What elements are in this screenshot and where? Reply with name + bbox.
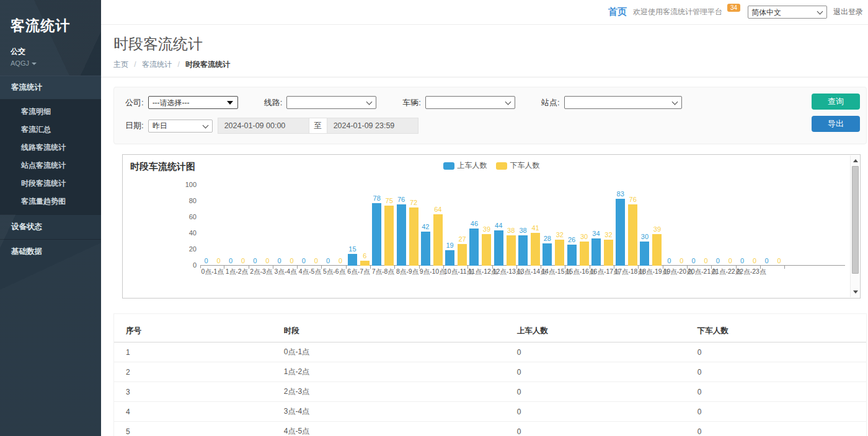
breadcrumb-section[interactable]: 客流统计 xyxy=(142,60,172,69)
bar-value-label: 75 xyxy=(386,197,393,204)
bar-value-label: 0 xyxy=(290,257,293,264)
home-link[interactable]: 首页 xyxy=(608,6,627,18)
date-preset-wrap: 昨日 xyxy=(148,120,213,133)
logout-link[interactable]: 退出登录 xyxy=(833,7,863,17)
company-select[interactable]: ---请选择--- xyxy=(148,96,238,109)
bar-value-label: 0 xyxy=(241,257,245,264)
bar-wrap: 0 xyxy=(324,185,333,266)
x-axis-label: 4点-5点 xyxy=(298,268,322,276)
bar-wrap: 0 xyxy=(665,185,674,266)
sidebar-item-设备状态[interactable]: 设备状态 xyxy=(0,214,101,239)
bar-wrap: 0 xyxy=(287,185,296,266)
bar-上车人数 xyxy=(421,232,430,266)
topbar: 首页 欢迎使用客流统计管理平台 34 简体中文 退出登录 xyxy=(101,0,868,25)
x-axis-label: 12点-13点 xyxy=(493,268,517,276)
bar-wrap: 38 xyxy=(518,185,528,266)
bar-value-label: 0 xyxy=(302,257,306,264)
station-label: 站点: xyxy=(541,97,560,108)
search-button[interactable]: 查询 xyxy=(812,94,860,110)
breadcrumb-separator: / xyxy=(134,60,136,69)
table-header-cell: 序号 xyxy=(114,320,272,342)
sidebar-subitem-客流汇总[interactable]: 客流汇总 xyxy=(0,121,101,139)
bar-上车人数 xyxy=(397,204,406,266)
bar-wrap: 0 xyxy=(689,185,698,266)
sidebar-item-基础数据[interactable]: 基础数据 xyxy=(0,239,101,264)
legend-item-board[interactable]: 上车人数 xyxy=(443,160,487,171)
bar-value-label: 39 xyxy=(483,225,490,233)
line-select[interactable] xyxy=(286,96,376,109)
x-axis-label: 15点-16点 xyxy=(565,268,590,276)
scrollbar-down-button[interactable] xyxy=(851,287,860,297)
bar-下车人数 xyxy=(604,240,613,266)
sidebar-item-passenger-stats[interactable]: 客流统计 xyxy=(0,76,101,99)
bar-wrap: 0 xyxy=(275,185,284,266)
page-title: 时段客流统计 xyxy=(113,34,868,54)
bar-group: 0021点-22点 xyxy=(712,185,736,266)
y-tick-label: 20 xyxy=(189,245,197,253)
axis-tick xyxy=(784,266,785,269)
org-code-dropdown[interactable]: AQGJ xyxy=(0,57,101,76)
bar-value-label: 46 xyxy=(471,220,478,227)
bar-group: 343216点-17点 xyxy=(590,185,614,266)
bar-value-label: 30 xyxy=(641,233,649,240)
bar-value-label: 6 xyxy=(363,252,366,259)
bar-wrap: 0 xyxy=(713,185,722,266)
scrollbar-up-button[interactable] xyxy=(851,156,860,165)
x-axis-label: 0点-1点 xyxy=(200,268,224,276)
sidebar-subitem-客流明细[interactable]: 客流明细 xyxy=(0,103,101,121)
sidebar-submenu: 客流明细客流汇总线路客流统计站点客流统计时段客流统计客流量趋势图 xyxy=(0,99,101,214)
table-cell: 2点-3点 xyxy=(272,382,505,402)
bar-wrap: 0 xyxy=(762,185,771,266)
bar-value-label: 76 xyxy=(397,196,405,203)
bar-上车人数 xyxy=(372,203,381,266)
sidebar-subitem-客流量趋势图[interactable]: 客流量趋势图 xyxy=(0,193,101,211)
y-tick-label: 100 xyxy=(185,181,197,188)
vehicle-select[interactable] xyxy=(425,96,515,109)
date-to-input[interactable] xyxy=(327,118,418,134)
sidebar-subitem-时段客流统计[interactable]: 时段客流统计 xyxy=(0,175,101,193)
x-axis-label: 8点-9点 xyxy=(395,268,419,276)
x-axis-label: 6点-7点 xyxy=(347,268,371,276)
scrollbar-thumb[interactable] xyxy=(852,166,859,274)
bar-wrap: 30 xyxy=(580,185,589,266)
bar-value-label: 0 xyxy=(740,257,744,264)
legend-item-alight[interactable]: 下车人数 xyxy=(496,160,540,171)
date-from-input[interactable] xyxy=(218,118,309,134)
bar-wrap: 19 xyxy=(445,185,454,266)
export-button[interactable]: 导出 xyxy=(812,116,860,132)
bar-group: 0023点-24点 xyxy=(761,185,785,266)
bar-group: 002点-3点 xyxy=(249,185,273,266)
x-axis-label: 11点-12点 xyxy=(468,268,492,276)
language-select[interactable]: 简体中文 xyxy=(748,6,827,19)
breadcrumb-current: 时段客流统计 xyxy=(185,60,230,69)
bar-wrap: 76 xyxy=(628,185,637,266)
x-axis-label: 16点-17点 xyxy=(590,268,614,276)
triangle-down-icon xyxy=(853,290,858,294)
bar-wrap: 41 xyxy=(531,185,540,266)
bar-group: 001点-2点 xyxy=(224,185,249,266)
breadcrumb-home[interactable]: 主页 xyxy=(113,60,128,69)
date-preset-select[interactable]: 昨日 xyxy=(148,120,213,133)
bar-wrap: 0 xyxy=(238,185,247,266)
bar-wrap: 64 xyxy=(433,185,443,266)
bar-下车人数 xyxy=(580,242,589,266)
y-tick-label: 40 xyxy=(189,229,197,237)
bar-wrap: 42 xyxy=(421,185,430,266)
bar-value-label: 0 xyxy=(253,257,257,264)
y-tick-label: 60 xyxy=(189,213,197,220)
sidebar-subitem-线路客流统计[interactable]: 线路客流统计 xyxy=(0,139,101,157)
station-select[interactable] xyxy=(564,96,682,109)
bar-value-label: 0 xyxy=(692,257,696,264)
bar-wrap: 39 xyxy=(652,185,662,266)
bar-group: 005点-6点 xyxy=(322,185,346,266)
bar-group: 0020点-21点 xyxy=(688,185,712,266)
bar-value-label: 34 xyxy=(592,230,600,237)
table-cell: 0 xyxy=(505,422,686,436)
bar-wrap: 27 xyxy=(458,185,467,266)
bar-value-label: 41 xyxy=(531,224,539,232)
bar-group: 192710点-11点 xyxy=(444,185,468,266)
sidebar-subitem-站点客流统计[interactable]: 站点客流统计 xyxy=(0,157,101,175)
chart-y-axis: 020406080100 xyxy=(178,185,197,265)
table-header-cell: 下车人数 xyxy=(686,320,866,342)
bar-value-label: 38 xyxy=(519,227,526,234)
